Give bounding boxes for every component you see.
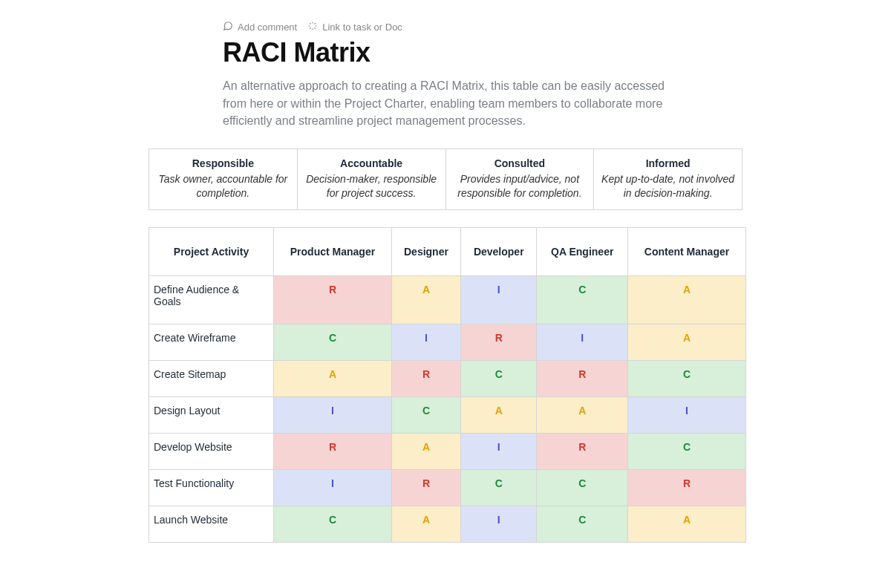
legend-cell: AccountableDecision-maker, responsible f… <box>298 149 446 209</box>
role-cell: C <box>537 276 628 324</box>
activity-cell: Launch Website <box>149 506 274 543</box>
role-cell: C <box>628 434 746 470</box>
role-cell: C <box>628 361 746 397</box>
page-description: An alternative approach to creating a RA… <box>223 77 677 130</box>
legend-cell: ResponsibleTask owner, accountable for c… <box>149 149 298 209</box>
matrix-header: Designer <box>391 228 460 276</box>
role-cell: C <box>537 506 628 543</box>
page-title: RACI Matrix <box>223 37 371 68</box>
activity-cell: Test Functionality <box>149 470 274 506</box>
matrix-header: Developer <box>461 228 537 276</box>
link-task-label: Link to task or Doc <box>322 22 402 33</box>
legend-title: Informed <box>600 157 736 171</box>
table-row: Launch WebsiteCAICA <box>149 506 746 543</box>
legend-desc: Kept up-to-date, not involved in decisio… <box>600 172 736 200</box>
role-cell: R <box>537 434 628 470</box>
role-cell: I <box>628 397 746 434</box>
role-cell: A <box>391 276 460 324</box>
legend-desc: Task owner, accountable for completion. <box>155 172 291 200</box>
matrix-header: QA Engineer <box>537 228 628 276</box>
matrix-header: Product Manager <box>274 228 392 276</box>
role-cell: A <box>391 506 460 543</box>
add-comment-label: Add comment <box>238 22 297 33</box>
role-cell: C <box>461 361 537 397</box>
legend-desc: Decision-maker, responsible for project … <box>304 172 440 200</box>
role-cell: A <box>628 276 746 324</box>
role-cell: C <box>274 506 392 543</box>
role-cell: R <box>461 324 537 361</box>
legend-title: Accountable <box>304 157 440 171</box>
comment-icon <box>223 21 233 33</box>
activity-cell: Develop Website <box>149 434 274 470</box>
role-cell: C <box>391 397 460 434</box>
activity-cell: Design Layout <box>149 397 274 434</box>
role-cell: A <box>461 397 537 434</box>
role-cell: I <box>274 470 392 506</box>
role-cell: A <box>537 397 628 434</box>
table-row: Create WireframeCIRIA <box>149 324 746 361</box>
activity-cell: Create Sitemap <box>149 361 274 397</box>
role-cell: R <box>274 276 392 324</box>
role-cell: R <box>391 470 460 506</box>
table-row: Create SitemapARCRC <box>149 361 746 397</box>
role-cell: C <box>537 470 628 506</box>
role-cell: C <box>274 324 392 361</box>
role-cell: I <box>461 506 537 543</box>
role-cell: C <box>461 470 537 506</box>
legend-cell: ConsultedProvides input/advice, not resp… <box>446 149 595 209</box>
table-row: Design LayoutICAAI <box>149 397 746 434</box>
role-cell: I <box>274 397 392 434</box>
activity-cell: Create Wireframe <box>149 324 274 361</box>
legend-desc: Provides input/advice, not responsible f… <box>452 172 588 200</box>
role-cell: A <box>391 434 460 470</box>
role-cell: I <box>461 276 537 324</box>
add-comment-button[interactable]: Add comment <box>223 21 297 33</box>
role-cell: A <box>628 324 746 361</box>
table-row: Define Audience & GoalsRAICA <box>149 276 746 324</box>
role-cell: R <box>391 361 460 397</box>
table-row: Develop WebsiteRAIRC <box>149 434 746 470</box>
matrix-header: Content Manager <box>628 228 746 276</box>
role-cell: A <box>274 361 392 397</box>
role-cell: I <box>391 324 460 361</box>
link-task-button[interactable]: Link to task or Doc <box>307 21 402 33</box>
role-cell: I <box>537 324 628 361</box>
legend-table: ResponsibleTask owner, accountable for c… <box>148 148 742 210</box>
raci-matrix-table: Project ActivityProduct ManagerDesignerD… <box>148 227 746 543</box>
matrix-header: Project Activity <box>149 228 274 276</box>
role-cell: R <box>628 470 746 506</box>
activity-cell: Define Audience & Goals <box>149 276 274 324</box>
role-cell: R <box>537 361 628 397</box>
role-cell: A <box>628 506 746 543</box>
legend-title: Consulted <box>452 157 588 171</box>
sparkle-icon <box>307 21 318 33</box>
matrix-header-row: Project ActivityProduct ManagerDesignerD… <box>149 228 746 276</box>
legend-title: Responsible <box>155 157 291 171</box>
table-row: Test FunctionalityIRCCR <box>149 470 746 506</box>
role-cell: R <box>274 434 392 470</box>
role-cell: I <box>461 434 537 470</box>
legend-cell: InformedKept up-to-date, not involved in… <box>594 149 742 209</box>
